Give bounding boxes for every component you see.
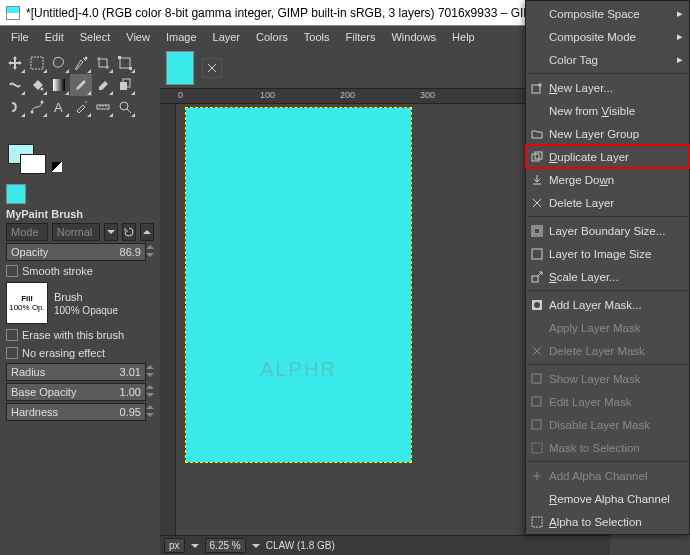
erase-label: Erase with this brush — [22, 329, 124, 341]
menu-alpha-to-selection[interactable]: Alpha to Selection — [526, 510, 689, 533]
tool-zoom[interactable] — [114, 96, 136, 118]
smooth-stroke-checkbox[interactable] — [6, 265, 18, 277]
svg-rect-35 — [532, 420, 541, 429]
unit-select[interactable]: px — [164, 538, 185, 553]
status-bar: px 6.25 % CLAW (1.8 GB) — [160, 535, 610, 555]
radius-stepper[interactable] — [146, 365, 154, 379]
hardness-stepper[interactable] — [146, 405, 154, 419]
tool-paintbrush[interactable] — [70, 74, 92, 96]
mode-field: Mode — [6, 223, 48, 241]
menu-colors[interactable]: Colors — [249, 29, 295, 45]
menu-composite-mode[interactable]: Composite Mode▸ — [526, 25, 689, 48]
menu-add-alpha: Add Alpha Channel — [526, 464, 689, 487]
svg-point-32 — [534, 302, 540, 308]
tool-transform[interactable] — [114, 52, 136, 74]
menu-color-tag[interactable]: Color Tag▸ — [526, 48, 689, 71]
hardness-slider[interactable]: Hardness0.95 — [6, 403, 146, 421]
tool-fuzzy-select[interactable] — [70, 52, 92, 74]
background-color[interactable] — [20, 154, 46, 174]
menu-composite-space[interactable]: Composite Space▸ — [526, 2, 689, 25]
noerase-checkbox[interactable] — [6, 347, 18, 359]
menu-remove-alpha[interactable]: Remove Alpha Channel — [526, 487, 689, 510]
menu-duplicate-layer[interactable]: Duplicate Layer — [526, 145, 689, 168]
tool-free-select[interactable] — [48, 52, 70, 74]
options-menu-icon[interactable] — [140, 223, 154, 241]
menu-delete-layer[interactable]: Delete Layer — [526, 191, 689, 214]
base-opacity-slider[interactable]: Base Opacity1.00 — [6, 383, 146, 401]
svg-rect-24 — [532, 85, 540, 93]
menu-new-from-visible[interactable]: New from Visible — [526, 99, 689, 122]
menu-view[interactable]: View — [119, 29, 157, 45]
menu-edit[interactable]: Edit — [38, 29, 71, 45]
document-tab[interactable] — [166, 51, 194, 85]
menu-windows[interactable]: Windows — [384, 29, 443, 45]
svg-text:A: A — [54, 100, 63, 115]
tool-rect-select[interactable] — [26, 52, 48, 74]
menu-tools[interactable]: Tools — [297, 29, 337, 45]
tool-text[interactable]: A — [48, 96, 70, 118]
svg-point-10 — [41, 101, 44, 104]
tool-warp[interactable] — [4, 74, 26, 96]
svg-rect-2 — [120, 58, 130, 68]
menu-apply-layer-mask: Apply Layer Mask — [526, 316, 689, 339]
opacity-value: 86.9 — [120, 246, 141, 258]
document-icon — [6, 6, 20, 20]
tool-gradient[interactable] — [48, 74, 70, 96]
default-colors-icon[interactable] — [52, 162, 62, 172]
menu-merge-down[interactable]: Merge Down — [526, 168, 689, 191]
menu-layer-to-image-size[interactable]: Layer to Image Size — [526, 242, 689, 265]
tool-bucket[interactable] — [26, 74, 48, 96]
menu-help[interactable]: Help — [445, 29, 482, 45]
tool-crop[interactable] — [92, 52, 114, 74]
svg-rect-0 — [31, 57, 43, 69]
menu-scale-layer[interactable]: Scale Layer... — [526, 265, 689, 288]
tool-eraser[interactable] — [92, 74, 114, 96]
zoom-field[interactable]: 6.25 % — [205, 538, 246, 553]
tool-path[interactable] — [26, 96, 48, 118]
tool-measure[interactable] — [92, 96, 114, 118]
tool-move[interactable] — [4, 52, 26, 74]
close-tab-icon[interactable] — [202, 58, 222, 78]
radius-slider[interactable]: Radius3.01 — [6, 363, 146, 381]
tool-options-title: MyPaint Brush — [0, 206, 160, 222]
mode-dropdown-icon[interactable] — [104, 223, 118, 241]
svg-rect-28 — [534, 228, 540, 234]
watermark: ALPHR — [260, 358, 337, 381]
menu-mask-to-selection: Mask to Selection — [526, 436, 689, 459]
baseop-stepper[interactable] — [146, 385, 154, 399]
menu-show-layer-mask: Show Layer Mask — [526, 367, 689, 390]
canvas[interactable]: ALPHR — [186, 108, 411, 462]
svg-rect-36 — [532, 443, 542, 453]
menu-filters[interactable]: Filters — [339, 29, 383, 45]
brush-opaque-label: 100% Opaque — [54, 305, 118, 316]
menu-new-layer-group[interactable]: New Layer Group — [526, 122, 689, 145]
layer-context-menu: Composite Space▸ Composite Mode▸ Color T… — [525, 0, 690, 535]
menu-edit-layer-mask: Edit Layer Mask — [526, 390, 689, 413]
left-panel: A MyPaint Brush Mode Normal Opacity 86.9 — [0, 48, 160, 555]
menu-add-layer-mask[interactable]: Add Layer Mask... — [526, 293, 689, 316]
brush-preview[interactable]: Fill 100% Op. — [6, 282, 48, 324]
menu-layer[interactable]: Layer — [206, 29, 248, 45]
tool-clone[interactable] — [114, 74, 136, 96]
menu-layer-boundary[interactable]: Layer Boundary Size... — [526, 219, 689, 242]
reset-icon[interactable] — [122, 223, 136, 241]
chevron-down-icon[interactable] — [191, 542, 199, 550]
mode-select[interactable]: Normal — [52, 223, 100, 241]
menu-select[interactable]: Select — [73, 29, 118, 45]
erase-checkbox[interactable] — [6, 329, 18, 341]
image-thumbnail[interactable] — [6, 184, 26, 204]
menu-new-layer[interactable]: New Layer... — [526, 76, 689, 99]
tool-smudge[interactable] — [4, 96, 26, 118]
menu-image[interactable]: Image — [159, 29, 204, 45]
color-swatches[interactable] — [0, 142, 160, 182]
tool-color-picker[interactable] — [70, 96, 92, 118]
chevron-down-icon[interactable] — [252, 542, 260, 550]
menu-file[interactable]: File — [4, 29, 36, 45]
svg-point-1 — [85, 57, 88, 60]
svg-point-13 — [120, 102, 128, 110]
opacity-slider[interactable]: Opacity 86.9 — [6, 243, 146, 261]
svg-rect-34 — [532, 397, 541, 406]
menu-delete-layer-mask: Delete Layer Mask — [526, 339, 689, 362]
opacity-stepper[interactable] — [146, 245, 154, 259]
status-info: CLAW (1.8 GB) — [266, 540, 335, 551]
